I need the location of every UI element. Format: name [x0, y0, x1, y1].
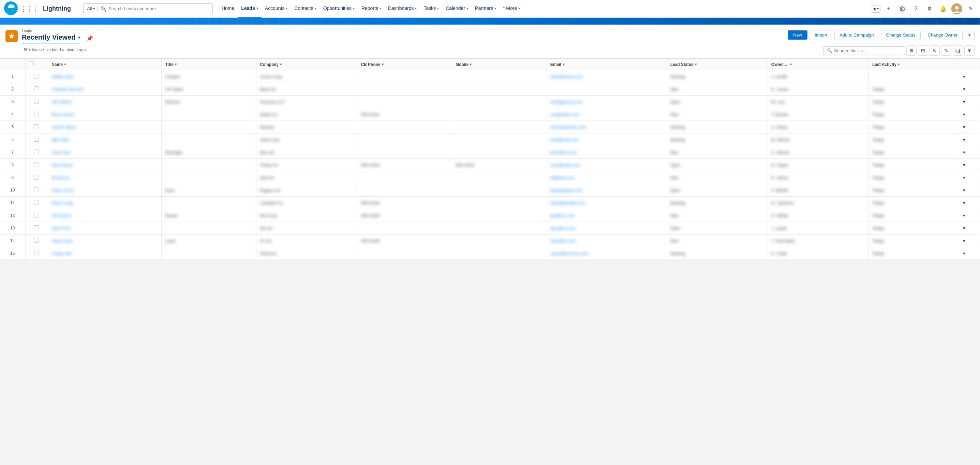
row-email-5[interactable]: carrie@epsilon.com: [547, 121, 667, 134]
row-email-13[interactable]: alex@nu.com: [547, 222, 667, 235]
row-action-dropdown[interactable]: ▾: [961, 98, 967, 105]
row-name-13[interactable]: Alex Ford: [48, 222, 162, 235]
row-select-checkbox[interactable]: [34, 175, 39, 180]
row-checkbox-7[interactable]: [25, 146, 48, 159]
row-action-dropdown[interactable]: ▾: [961, 200, 967, 206]
row-checkbox-1[interactable]: [25, 70, 48, 83]
pin-icon[interactable]: 📌: [86, 35, 93, 42]
row-action-14[interactable]: ▾: [957, 235, 980, 247]
help-button[interactable]: ?: [910, 3, 921, 14]
row-email-14[interactable]: dana@xi.com: [547, 235, 667, 247]
nav-home[interactable]: Home: [218, 0, 238, 18]
row-checkbox-2[interactable]: [25, 83, 48, 96]
row-select-checkbox[interactable]: [34, 187, 39, 192]
actions-dropdown-button[interactable]: ▾: [965, 30, 975, 40]
select-all-checkbox[interactable]: [29, 61, 34, 66]
row-action-dropdown[interactable]: ▾: [961, 124, 967, 130]
row-checkbox-10[interactable]: [25, 184, 48, 197]
row-email-11[interactable]: drew@lambda.com: [547, 197, 667, 209]
row-email-9[interactable]: kit@iota.com: [547, 171, 667, 184]
row-email-3[interactable]: teri@gamma.com: [547, 96, 667, 108]
title-sort-icon[interactable]: ▾: [175, 62, 177, 66]
nav-calendar[interactable]: Calendar ▾: [442, 0, 472, 18]
row-email-15[interactable]: casey@omicron.com: [547, 247, 667, 260]
row-name-15[interactable]: Casey Hill: [48, 247, 162, 260]
header-company[interactable]: Company ▾: [256, 59, 357, 70]
row-action-4[interactable]: ▾: [957, 108, 980, 121]
row-email-7[interactable]: jean@eta.com: [547, 146, 667, 159]
row-action-dropdown[interactable]: ▾: [961, 225, 967, 232]
row-checkbox-5[interactable]: [25, 121, 48, 134]
row-action-dropdown[interactable]: ▾: [961, 174, 967, 181]
row-email-6[interactable]: milo@zeta.com: [547, 134, 667, 146]
header-owner[interactable]: Owner ... ▾: [768, 59, 869, 70]
row-select-checkbox[interactable]: [34, 150, 39, 154]
header-name[interactable]: Name ▾: [48, 59, 162, 70]
row-name-2[interactable]: Franklin Morrow: [48, 83, 162, 96]
row-email-12[interactable]: pat@mu.com: [547, 209, 667, 222]
list-search-bar[interactable]: 🔍: [823, 46, 905, 55]
header-phone[interactable]: CB Phone ▾: [357, 59, 452, 70]
header-checkbox[interactable]: [25, 59, 48, 70]
row-name-12[interactable]: Pat Quinn: [48, 209, 162, 222]
row-email-4[interactable]: rory@delta.com: [547, 108, 667, 121]
row-checkbox-12[interactable]: [25, 209, 48, 222]
salesforce-logo[interactable]: [4, 2, 18, 16]
row-name-9[interactable]: Kit Burns: [48, 171, 162, 184]
row-name-10[interactable]: Faye Cross: [48, 184, 162, 197]
search-input[interactable]: [108, 6, 209, 11]
activity-sort-icon[interactable]: ▾: [898, 62, 899, 66]
refresh-button[interactable]: ↻: [929, 45, 940, 56]
row-action-11[interactable]: ▾: [957, 197, 980, 209]
row-action-3[interactable]: ▾: [957, 96, 980, 108]
row-action-1[interactable]: ▾: [957, 70, 980, 83]
chart-button[interactable]: 📊: [953, 45, 963, 56]
row-checkbox-6[interactable]: [25, 134, 48, 146]
change-status-button[interactable]: Change Status: [881, 30, 921, 40]
row-action-2[interactable]: ▾: [957, 83, 980, 96]
row-select-checkbox[interactable]: [34, 200, 39, 205]
grid-view-button[interactable]: ⊞: [918, 45, 928, 56]
row-action-dropdown[interactable]: ▾: [961, 250, 967, 257]
row-select-checkbox[interactable]: [34, 99, 39, 104]
row-email-10[interactable]: faye@kappa.com: [547, 184, 667, 197]
row-name-5[interactable]: Carrie Sipes: [48, 121, 162, 134]
list-search-input[interactable]: [834, 48, 901, 53]
app-launcher-icon[interactable]: ⋮⋮⋮: [21, 5, 39, 13]
row-select-checkbox[interactable]: [34, 86, 39, 91]
change-owner-button[interactable]: Change Owner: [923, 30, 963, 40]
row-action-dropdown[interactable]: ▾: [961, 86, 967, 93]
notifications-button[interactable]: 🔔: [938, 3, 949, 14]
list-view-dropdown-caret[interactable]: ▾: [78, 35, 80, 40]
status-sort-icon[interactable]: ▾: [695, 62, 697, 66]
nav-tasks[interactable]: Tasks ▾: [420, 0, 442, 18]
row-action-dropdown[interactable]: ▾: [961, 111, 967, 118]
filter-button[interactable]: ▼: [964, 45, 975, 56]
row-action-8[interactable]: ▾: [957, 159, 980, 171]
row-action-dropdown[interactable]: ▾: [961, 237, 967, 244]
row-action-dropdown[interactable]: ▾: [961, 212, 967, 219]
nav-accounts[interactable]: Accounts ▾: [261, 0, 291, 18]
row-name-8[interactable]: Sam Reed: [48, 159, 162, 171]
nav-reports[interactable]: Reports ▾: [358, 0, 385, 18]
row-action-dropdown[interactable]: ▾: [961, 161, 967, 168]
row-action-dropdown[interactable]: ▾: [961, 136, 967, 143]
row-name-7[interactable]: Jean Doe: [48, 146, 162, 159]
user-avatar[interactable]: [951, 3, 962, 14]
row-action-dropdown[interactable]: ▾: [961, 73, 967, 80]
row-select-checkbox[interactable]: [34, 213, 39, 217]
row-name-1[interactable]: Sable Huel: [48, 70, 162, 83]
row-name-3[interactable]: Teri Macki: [48, 96, 162, 108]
row-select-checkbox[interactable]: [34, 238, 39, 243]
name-sort-icon[interactable]: ▾: [64, 62, 66, 66]
header-status[interactable]: Lead Status ▾: [667, 59, 768, 70]
row-action-12[interactable]: ▾: [957, 209, 980, 222]
row-checkbox-11[interactable]: [25, 197, 48, 209]
row-select-checkbox[interactable]: [34, 162, 39, 167]
edit-columns-button[interactable]: ✎: [941, 45, 951, 56]
row-action-5[interactable]: ▾: [957, 121, 980, 134]
header-mobile[interactable]: Mobile ▾: [452, 59, 547, 70]
row-email-1[interactable]: sable@acme.com: [547, 70, 667, 83]
favorites-button[interactable]: ★ ▾: [871, 5, 880, 13]
new-record-button[interactable]: ＋: [883, 3, 894, 14]
